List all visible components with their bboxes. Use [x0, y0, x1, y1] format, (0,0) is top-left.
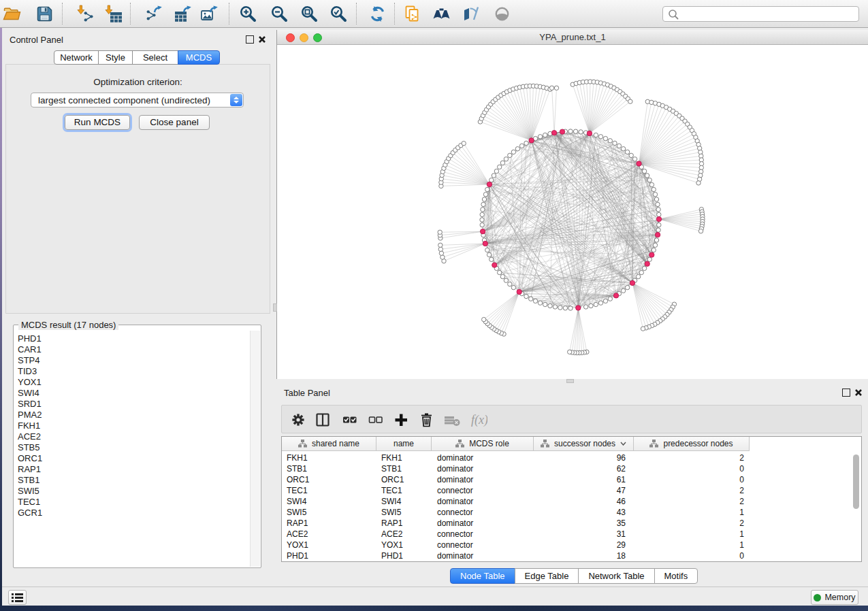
mcds-result-item[interactable]: SWI4	[18, 388, 250, 399]
column-header-MCDS-role[interactable]: MCDS role	[432, 437, 534, 451]
criterion-dropdown[interactable]: largest connected component (undirected)	[31, 93, 244, 108]
mcds-result-item[interactable]: PMA2	[18, 410, 250, 420]
mcds-result-item[interactable]: FKH1	[18, 420, 250, 431]
mcds-result-item[interactable]: RAP1	[18, 464, 250, 475]
function-builder-disabled-button[interactable]: f(x)	[470, 411, 487, 429]
vertical-splitter-handle[interactable]	[273, 303, 277, 312]
float-table-panel-icon[interactable]	[842, 389, 850, 397]
node-table[interactable]: shared namenameMCDS rolesuccessor nodesp…	[281, 436, 862, 562]
table-row[interactable]: RAP1 RAP1 dominator 35 2	[282, 518, 861, 529]
delete-column-button[interactable]	[417, 411, 435, 429]
mcds-result-item[interactable]: CAR1	[18, 344, 250, 355]
table-row[interactable]: PHD1 PHD1 dominator 18 0	[282, 550, 861, 561]
settings-gear-icon	[289, 411, 307, 429]
float-panel-icon[interactable]	[246, 35, 254, 44]
mcds-result-item[interactable]: ACE2	[18, 431, 250, 442]
table-scrollbar[interactable]	[853, 455, 859, 509]
network-view-window: YPA_prune.txt_1	[276, 30, 868, 379]
mcds-result-item[interactable]: ORC1	[18, 453, 250, 464]
table-row[interactable]: ACE2 ACE2 connector 31 1	[282, 529, 861, 540]
mcds-result-item[interactable]: GCR1	[18, 508, 250, 518]
table-row[interactable]: SWI5 SWI5 connector 43 1	[282, 507, 861, 518]
add-column-button[interactable]	[392, 411, 410, 429]
table-row[interactable]: ORC1 ORC1 dominator 61 0	[282, 474, 861, 485]
tab-style[interactable]: Style	[98, 50, 133, 65]
mcds-result-item[interactable]: STB1	[18, 475, 250, 486]
search-input[interactable]	[679, 9, 858, 20]
select-all-button[interactable]	[340, 411, 358, 429]
zoom-fit-icon	[300, 5, 319, 23]
close-panel-icon[interactable]	[258, 35, 266, 44]
mcds-result-item[interactable]: TEC1	[18, 497, 250, 508]
zoom-in-button[interactable]	[239, 5, 257, 23]
close-panel-button[interactable]: Close panel	[139, 115, 210, 130]
zoom-fit-button[interactable]	[300, 5, 319, 23]
table-row[interactable]: SWI4 SWI4 dominator 46 2	[282, 496, 861, 507]
mcds-list-scrollbar[interactable]	[250, 331, 260, 567]
mcds-result-item[interactable]: SWI5	[18, 486, 250, 497]
tab-motifs[interactable]: Motifs	[654, 568, 698, 584]
tab-network-table[interactable]: Network Table	[578, 568, 654, 584]
column-header-name[interactable]: name	[376, 437, 432, 451]
table-row[interactable]: STB1 STB1 dominator 62 0	[282, 463, 861, 474]
tab-mcds[interactable]: MCDS	[178, 50, 220, 65]
search-box[interactable]	[662, 6, 859, 22]
mcds-result-item[interactable]: STB5	[18, 442, 250, 453]
table-panel-tabs: Node TableEdge TableNetwork TableMotifs	[450, 568, 698, 584]
table-row[interactable]: FKH1 FKH1 dominator 96 2	[282, 452, 861, 463]
import-table-file-button[interactable]	[104, 5, 123, 23]
network-window-title: YPA_prune.txt_1	[277, 32, 868, 42]
export-image-button[interactable]	[200, 5, 219, 23]
svg-text:f(x): f(x)	[471, 413, 487, 427]
export-table-button[interactable]	[174, 5, 192, 23]
select-all-icon	[340, 411, 358, 429]
column-view-button[interactable]	[314, 411, 332, 429]
table-row[interactable]: TEC1 TEC1 connector 47 2	[282, 485, 861, 496]
mcds-result-item[interactable]: YOX1	[18, 377, 250, 388]
attribute-icon	[298, 440, 307, 448]
column-header-predecessor-nodes[interactable]: predecessor nodes	[634, 437, 750, 451]
table-row[interactable]: YOX1 YOX1 connector 29 1	[282, 540, 861, 550]
memory-button[interactable]: Memory	[811, 590, 858, 605]
search-binoculars-button[interactable]	[432, 5, 451, 23]
export-network-button[interactable]	[144, 5, 163, 23]
delete-table-disabled-button[interactable]	[443, 411, 461, 429]
criterion-value: largest connected component (undirected)	[38, 95, 210, 105]
toolbar-separator	[229, 3, 229, 24]
tab-edge-table[interactable]: Edge Table	[515, 568, 579, 584]
refresh-view-button[interactable]	[368, 5, 387, 23]
network-graph[interactable]	[277, 45, 868, 379]
control-panel: Control Panel NetworkStyleSelectMCDS Opt…	[2, 30, 274, 587]
attribute-icon	[649, 440, 658, 448]
network-window-titlebar[interactable]: YPA_prune.txt_1	[277, 30, 868, 45]
mcds-result-item[interactable]: PHD1	[18, 333, 250, 344]
import-network-file-button[interactable]	[76, 5, 95, 23]
mcds-result-item[interactable]: SRD1	[18, 399, 250, 410]
unselect-all-button[interactable]	[366, 411, 384, 429]
settings-gear-button[interactable]	[289, 411, 307, 429]
run-mcds-button[interactable]: Run MCDS	[65, 115, 130, 130]
toolbar-separator	[356, 3, 357, 24]
zoom-selected-icon	[329, 5, 348, 23]
table-header[interactable]: shared namenameMCDS rolesuccessor nodesp…	[282, 437, 750, 451]
zoom-selected-button[interactable]	[329, 5, 348, 23]
attribute-icon	[541, 440, 549, 448]
attribute-icon	[455, 440, 464, 448]
tab-node-table[interactable]: Node Table	[450, 568, 515, 584]
mcds-result-list[interactable]: PHD1CAR1STP4TID3YOX1SWI4SRD1PMA2FKH1ACE2…	[14, 331, 250, 567]
show-eye-disabled-button[interactable]	[493, 5, 511, 23]
open-file-button[interactable]	[3, 5, 21, 23]
save-session-button[interactable]	[35, 5, 54, 23]
hide-graphics-button[interactable]	[462, 5, 481, 23]
tab-network[interactable]: Network	[54, 50, 99, 65]
column-header-successor-nodes[interactable]: successor nodes	[534, 437, 634, 451]
task-history-button[interactable]	[8, 590, 27, 605]
close-table-panel-icon[interactable]	[854, 389, 863, 397]
tab-select[interactable]: Select	[132, 50, 178, 65]
mcds-result-item[interactable]: STP4	[18, 355, 250, 366]
zoom-out-button[interactable]	[270, 5, 289, 23]
column-header-shared-name[interactable]: shared name	[282, 437, 376, 451]
mcds-result-item[interactable]: TID3	[18, 366, 250, 377]
control-panel-title: Control Panel	[10, 35, 63, 45]
share-document-button[interactable]	[404, 5, 422, 23]
